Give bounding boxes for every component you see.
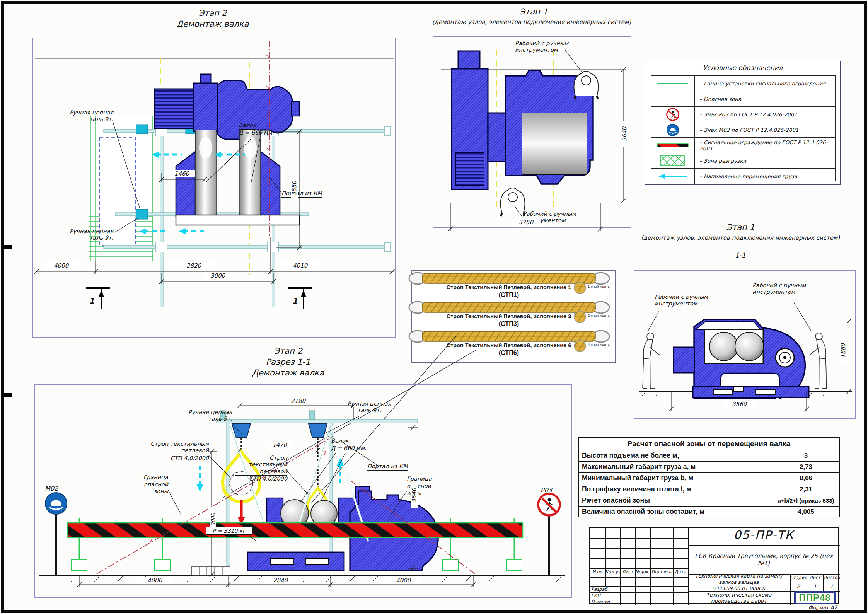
worker-figure [810, 333, 827, 388]
legend-text: – Сигнальное ограждение по ГОСТ Р 12.4.0… [695, 139, 835, 152]
dim-4010: 4010 [281, 262, 319, 269]
label-load-weight: Р = 3310 кг [206, 527, 252, 535]
label-sling-2: СТП 4,0/2000 [128, 455, 209, 462]
dim-2820: 2820 [169, 262, 218, 269]
row-value: 4,005 [773, 507, 839, 517]
label-sling-1: Строп текстильный петлевой [235, 455, 287, 476]
load-arrow [237, 500, 245, 525]
drawing-sheet: Этап 2 Демонтаж валка Ручная цепная таль… [0, 0, 868, 614]
sign-m02 [45, 493, 67, 575]
label-roll-name: Валок [239, 122, 256, 130]
view-title-stage1-side-2: (демонтаж узлов, элементов подключения и… [632, 234, 849, 241]
row-value: 0,66 [773, 473, 839, 484]
document-name-1: Технологическая карта на замену валков в… [688, 573, 790, 586]
table-row: Минимальный габарит груза b, м 0,66 [579, 472, 839, 484]
legend-row: – Знак Р03 по ГОСТ Р 12.4.026-2001 [651, 107, 835, 122]
view-title-stage2-section-3: Демонтаж валка [230, 368, 346, 377]
label-sling-1: Строп текстильный петлевой [128, 441, 209, 455]
label-portal: Портал из КМ [281, 190, 324, 198]
row-value: a+b/2+l (приказ 533) [773, 495, 839, 506]
sling-code-1: (СТП1) [439, 292, 578, 298]
row-label: По графику величина отлета l, м [579, 484, 773, 495]
view-title-stage1-plan-2: (демонтаж узлов, элементов подключения и… [423, 19, 640, 26]
legend-panel: Условные обозначения – Ганица установки … [645, 61, 841, 185]
legend-title: Условные обозначения [645, 64, 840, 72]
red-line-icon [651, 91, 695, 106]
label-sling: Строп текстильный петлевой СТП 4,0/2000 [128, 441, 209, 462]
view-title-stage2-plan-1: Этап 2 [147, 9, 278, 18]
label-portal-text: Портал из КМ [281, 190, 322, 198]
plan-rollers [176, 130, 300, 225]
label-roll-dia: Д = 660 мм. [331, 445, 377, 452]
stamp-col-list: Лист [620, 569, 635, 575]
stamp-role-gip: ГИП [591, 593, 619, 598]
row-label: Рачет опасной зоны [579, 495, 773, 506]
sling-code-3: (СТП6) [439, 350, 578, 356]
stamp-list-col: Лист [807, 575, 823, 580]
stage2-section-view [35, 385, 571, 597]
dim-3550: 3550 [291, 176, 298, 201]
dim-3560: 3560 [724, 401, 755, 408]
table-row: По графику величина отлета l, м 2,31 [579, 484, 839, 495]
signal-fence-icon [651, 138, 695, 153]
stamp-stage-val: Р [790, 583, 807, 590]
legend-row: – Ганица установки сигнального ограждени… [651, 76, 835, 91]
dim-3540: 3540 [411, 483, 418, 508]
section-mark-1: 1 [292, 296, 298, 305]
row-label: Высота подъема не более м, [579, 450, 773, 461]
sling-layers-1: 1 слой ленты [588, 285, 612, 288]
legend-text: – Ганица установки сигнального ограждени… [695, 80, 825, 87]
document-code: 05-ПР-ТК [688, 528, 840, 545]
label-hoist: Ручная цепная таль 9т. [65, 228, 113, 242]
label-roll: Валок Д = 660 мм. [331, 438, 377, 452]
label-boundary-2: опасной зоны [133, 481, 168, 495]
stage1-plan-view [433, 37, 631, 231]
table-row: Величина опасной зоны составит, м 4,005 [579, 506, 839, 517]
hazard-table-title: Расчет опасной зоны от перемещения валка [579, 438, 839, 450]
cyan-arrow-icon [651, 169, 695, 184]
label-portal: Портал из КМ [367, 463, 410, 471]
legend-row: – Зона разгрузки [651, 153, 835, 169]
stamp-col-data: Дата [673, 569, 688, 575]
stamp-role-razrab: Разраб. [591, 587, 619, 592]
stage1-machine [452, 51, 593, 189]
section-ref-1-1: 1-1 [727, 251, 754, 259]
row-value: 3 [773, 450, 839, 461]
row-label: Величина опасной зоны составит, м [579, 507, 773, 517]
format-note: Формат А2 [789, 605, 837, 611]
side-machine [674, 319, 809, 398]
section-mark-1: 1 [89, 296, 94, 305]
legend-text: – Зона разгрузки [695, 158, 746, 164]
dim-2840: 2840 [262, 577, 299, 584]
label-sling: Строп текстильный петлевой СТП 4,0/2000 [235, 455, 287, 483]
view-title-stage2-section-1: Этап 2 [230, 346, 346, 356]
label-hoist: Ручная цепная таль 9т. [346, 401, 392, 414]
legend-text: – Направление перемещения груза [695, 173, 797, 179]
label-hoist: Ручная цепная таль 9т. [65, 109, 113, 123]
stamp-col-koluch: Кол.уч [605, 569, 620, 575]
hazard-zone-table: Расчет опасной зоны от перемещения валка… [578, 437, 840, 517]
label-boundary-1: Граница [407, 476, 443, 483]
title-block: Изм. Кол.уч Лист №док. Подпись Дата Разр… [589, 527, 839, 604]
ppr48-logo-text: ППР48 [794, 591, 835, 604]
dim-3640: 3640 [621, 121, 628, 147]
row-label: Максимальный габарит груза a, м [579, 462, 773, 472]
stage1-side-view [634, 271, 855, 418]
stamp-col-ndok: №док. [635, 569, 650, 575]
worker-figure [574, 71, 599, 99]
dim-1460: 1460 [168, 170, 195, 177]
sling-code-2: (СТП3) [439, 321, 578, 327]
label-boundary-1: Граница [133, 474, 168, 481]
legend-row: – Сигнальное ограждение по ГОСТ Р 12.4.0… [651, 138, 835, 153]
sling-name-3: Строп Текстильный Петлевой, исполнение 6 [439, 342, 578, 348]
label-worker: Рабочий с ручным инструментом [655, 294, 709, 307]
sling-name-2: Строп Текстильный Петлевой, исполнение 3 [439, 313, 578, 319]
section-marks [86, 287, 312, 309]
table-row: Максимальный габарит груза a, м 2,73 [579, 461, 839, 472]
view-title-stage2-plan-2: Демонтаж валка [147, 19, 278, 29]
stamp-col-podpis: Подпись [650, 569, 673, 575]
legend-row: – Направление перемещения груза [651, 169, 835, 184]
stamp-stage-col: Стадия [790, 575, 807, 580]
legend-text: – Опасная зона [695, 96, 741, 102]
label-portal-text: Портал из КМ [367, 463, 408, 471]
